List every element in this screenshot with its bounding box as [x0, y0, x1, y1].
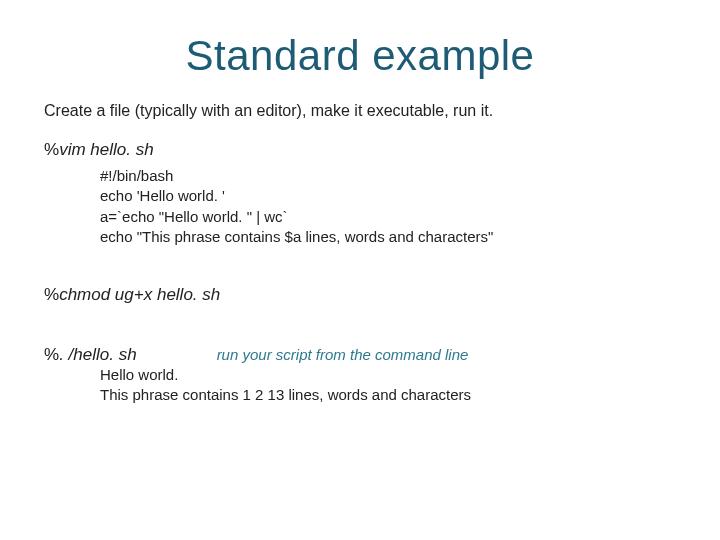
- slide: Standard example Create a file (typicall…: [0, 0, 720, 540]
- command-run-row: %. /hello. sh run your script from the c…: [44, 345, 676, 365]
- command-vim-text: vim hello. sh: [59, 140, 153, 159]
- command-vim: %vim hello. sh: [44, 140, 676, 160]
- slide-title: Standard example: [44, 32, 676, 80]
- command-chmod-text: chmod ug+x hello. sh: [59, 285, 220, 304]
- script-content: #!/bin/bash echo 'Hello world. ' a=`echo…: [100, 166, 676, 247]
- output-content: Hello world. This phrase contains 1 2 13…: [100, 365, 676, 406]
- intro-text: Create a file (typically with an editor)…: [44, 102, 676, 120]
- run-note: run your script from the command line: [217, 346, 469, 363]
- command-run-text: . /hello. sh: [59, 345, 137, 364]
- prompt-symbol: %: [44, 140, 59, 159]
- command-chmod: %chmod ug+x hello. sh: [44, 285, 676, 305]
- prompt-symbol: %: [44, 285, 59, 304]
- command-run: %. /hello. sh: [44, 345, 137, 365]
- prompt-symbol: %: [44, 345, 59, 364]
